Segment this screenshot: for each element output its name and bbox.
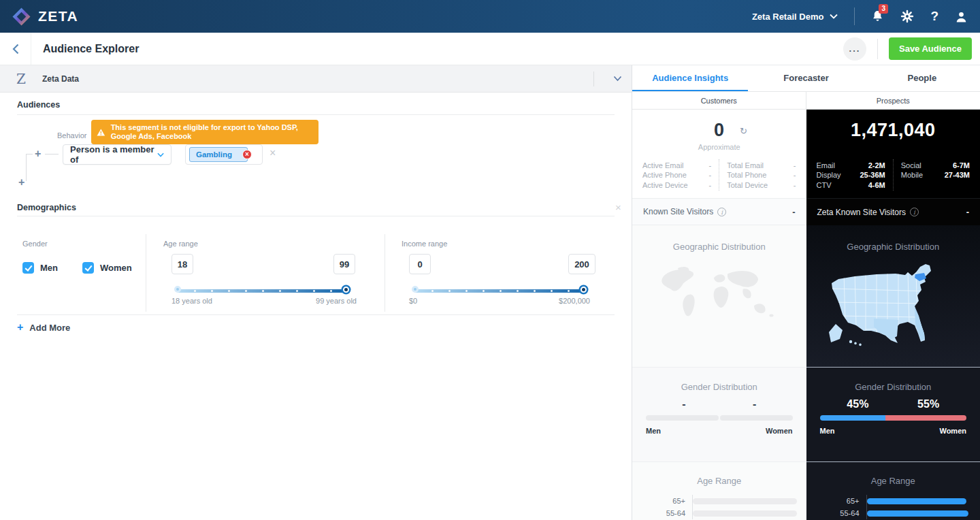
account-menu[interactable]: Zeta Retail Demo	[752, 12, 838, 22]
zeta-brand[interactable]: ZETA	[12, 7, 78, 26]
add-more-button[interactable]: + Add More	[17, 321, 70, 334]
stat-value: 25-36M	[860, 171, 885, 179]
age-slider-max-handle[interactable]	[343, 287, 349, 293]
income-max-input[interactable]	[568, 254, 595, 274]
tab-forecaster[interactable]: Forecaster	[748, 65, 864, 91]
demographics-section-title: Demographics	[17, 203, 76, 212]
save-audience-button[interactable]: Save Audience	[889, 37, 972, 60]
plus-icon: +	[17, 321, 23, 334]
segment-tag-label: Gambling	[196, 150, 232, 159]
header-divider	[877, 39, 878, 59]
us-map	[823, 261, 963, 348]
user-button[interactable]	[955, 10, 968, 23]
women-bar-segment	[720, 415, 793, 421]
stat-value: 6-7M	[953, 161, 970, 169]
gear-icon	[900, 10, 914, 23]
customers-column-header[interactable]: Customers	[632, 92, 806, 110]
checkbox-men[interactable]: Men	[22, 262, 58, 274]
notifications-button[interactable]: 3	[871, 10, 884, 23]
income-slider-track[interactable]	[414, 289, 582, 293]
column-headers: Customers Prospects	[632, 92, 980, 110]
demographics-bottom-divider	[17, 314, 615, 315]
add-condition-button[interactable]: +	[35, 149, 41, 159]
prospects-age: Age Range 65+ 55-64	[806, 461, 980, 520]
customers-geo: Geographic Distribution	[632, 225, 806, 367]
income-slider-min-handle[interactable]	[412, 286, 419, 293]
gender-distribution-row: Gender Distribution - - Men Women	[632, 367, 980, 461]
customers-counts: 0 ↻ Approximate Active Email- Active Pho…	[632, 110, 806, 198]
stat-value: -	[709, 171, 712, 179]
demographics-divider	[17, 216, 615, 216]
stat-value: -	[794, 181, 796, 189]
world-map	[650, 261, 789, 336]
men-bar-segment	[646, 415, 719, 421]
income-slider-max-handle[interactable]	[581, 287, 587, 293]
stat-label: Total Email	[727, 161, 764, 169]
prospects-count: 1,471,040	[806, 120, 980, 141]
export-warning-banner: This segment is not eligible for export …	[91, 120, 318, 144]
chevron-left-icon	[12, 44, 19, 54]
age-max-input[interactable]	[333, 254, 355, 274]
connector-line	[26, 154, 33, 155]
add-group-button[interactable]: +	[18, 178, 24, 187]
stat-value: 2-2M	[868, 161, 885, 169]
age-bar	[867, 498, 966, 504]
zeta-data-bar[interactable]: Z Zeta Data	[0, 65, 632, 93]
men-label: Men	[820, 427, 835, 435]
tab-people[interactable]: People	[864, 65, 980, 91]
age-row-label: 65+	[632, 497, 692, 505]
tab-audience-insights[interactable]: Audience Insights	[632, 65, 748, 91]
help-button[interactable]: ?	[930, 9, 938, 24]
known-visitors-label: Known Site Visitors	[643, 207, 713, 216]
men-value: -	[649, 398, 719, 410]
income-min-input[interactable]	[409, 254, 431, 274]
info-icon[interactable]: i	[717, 208, 726, 216]
segment-tag[interactable]: Gambling ×	[189, 147, 248, 162]
more-actions-button[interactable]: ...	[843, 37, 866, 61]
zeta-data-logo: Z	[0, 71, 42, 87]
checkbox-women[interactable]: Women	[82, 262, 132, 274]
geo-title: Geographic Distribution	[806, 242, 980, 252]
prospects-geo: Geographic Distribution	[806, 225, 980, 367]
info-icon[interactable]: i	[910, 208, 919, 216]
segment-tag-container[interactable]: Gambling ×	[185, 144, 263, 165]
remove-tag-icon[interactable]: ×	[242, 150, 252, 159]
collapse-chevron-icon[interactable]	[613, 76, 622, 82]
builder-body: Audiences This segment is not eligible f…	[0, 93, 632, 520]
stat-label: Active Device	[642, 181, 688, 189]
back-button[interactable]	[0, 33, 31, 65]
age-slider-min-handle[interactable]	[174, 286, 181, 293]
chevron-down-icon	[157, 152, 164, 157]
checkbox-men-box[interactable]	[22, 262, 34, 274]
remove-demographics-button[interactable]: ×	[615, 201, 621, 213]
age-bar	[867, 510, 968, 517]
age-title: Age Range	[632, 476, 806, 486]
women-label: Women	[939, 427, 966, 435]
age-title: Age Range	[806, 476, 980, 486]
stat-label: Display	[817, 171, 841, 179]
stat-label: Email	[817, 161, 836, 169]
age-row-label: 55-64	[806, 509, 866, 517]
brand-text: ZETA	[38, 8, 78, 25]
age-chart: 65+ 55-64	[632, 495, 806, 519]
checkbox-women-box[interactable]	[82, 262, 94, 274]
chevron-down-icon	[830, 14, 838, 19]
user-icon	[955, 10, 968, 23]
age-slider-track[interactable]	[177, 289, 344, 293]
operator-dropdown[interactable]: Person is a member of	[63, 144, 172, 165]
stat-label: Active Email	[642, 161, 684, 169]
age-min-input[interactable]	[172, 254, 193, 274]
age-range-row: Age Range 65+ 55-64 Age Range	[632, 461, 980, 520]
warning-text: This segment is not eligible for export …	[111, 123, 312, 141]
source-bar-divider	[593, 71, 594, 86]
age-bar	[693, 498, 797, 504]
prospects-column-header[interactable]: Prospects	[806, 92, 980, 110]
gender-bar	[646, 415, 793, 421]
age-row-label: 55-64	[632, 509, 692, 517]
refresh-icon[interactable]: ↻	[740, 126, 747, 136]
settings-button[interactable]	[900, 10, 914, 23]
page-header: Audience Explorer ... Save Audience	[0, 33, 980, 65]
geo-title: Geographic Distribution	[632, 242, 806, 252]
remove-rule-button[interactable]: ×	[270, 147, 276, 159]
audiences-section-title: Audiences	[17, 100, 60, 110]
